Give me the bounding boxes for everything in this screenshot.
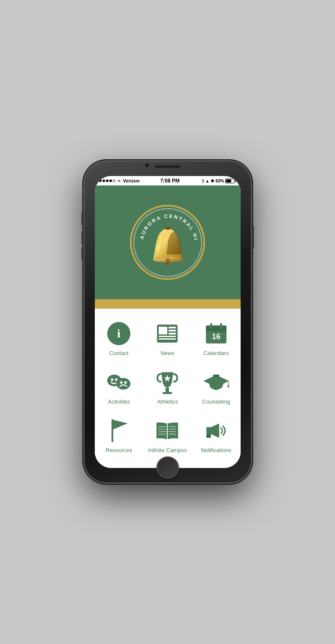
activities-menu-item[interactable]: Activities	[95, 361, 143, 410]
status-bar: ≈ Verizon 7:08 PM ☽ ▲ ✱ 63%	[95, 176, 241, 185]
menu-grid: i Contact	[95, 309, 241, 463]
svg-rect-14	[159, 336, 176, 337]
status-right: ☽ ▲ ✱ 63%	[200, 179, 236, 183]
svg-line-41	[169, 426, 176, 427]
signal-strength	[99, 179, 115, 182]
location-icon: ▲	[205, 179, 210, 183]
signal-dot-3	[106, 179, 109, 182]
trophy-icon	[155, 369, 180, 395]
contact-label: Contact	[109, 350, 129, 356]
svg-point-25	[116, 378, 130, 389]
svg-point-34	[227, 385, 229, 388]
open-book-icon	[154, 418, 180, 443]
svg-rect-18	[206, 329, 226, 331]
bluetooth-icon: ✱	[211, 179, 214, 183]
svg-point-27	[124, 381, 127, 384]
calendars-label: Calendars	[203, 350, 229, 356]
battery-indicator	[225, 179, 236, 183]
infinite-campus-icon	[154, 418, 180, 444]
svg-point-26	[120, 381, 123, 384]
logo-inner: AURORA CENTRAL HIGH SCHOOL	[133, 208, 202, 277]
carrier-label: Verizon	[123, 178, 140, 183]
athletics-menu-item[interactable]: Athletics	[143, 361, 192, 410]
svg-rect-29	[163, 392, 172, 394]
calendars-menu-item[interactable]: 16 Calendars	[192, 313, 240, 361]
moon-icon: ☽	[200, 179, 204, 183]
svg-text:16: 16	[212, 332, 220, 341]
counseling-menu-item[interactable]: Counseling	[192, 361, 240, 410]
gold-stripe	[95, 299, 241, 309]
counseling-label: Counseling	[202, 398, 230, 405]
athletics-icon	[154, 369, 180, 395]
svg-line-37	[159, 426, 166, 427]
activities-icon	[106, 369, 132, 395]
signal-dot-5	[113, 179, 115, 182]
svg-point-23	[111, 378, 114, 381]
flag-icon	[107, 417, 131, 444]
svg-rect-13	[169, 333, 176, 334]
signal-dot-1	[99, 179, 102, 182]
contact-menu-item[interactable]: i Contact	[95, 313, 143, 361]
svg-line-38	[159, 429, 166, 429]
counseling-icon	[203, 369, 229, 395]
svg-text:AURORA CENTRAL HIGH SCHOOL: AURORA CENTRAL HIGH SCHOOL	[136, 210, 199, 241]
svg-line-42	[169, 429, 176, 429]
school-logo: AURORA CENTRAL HIGH SCHOOL	[130, 205, 205, 280]
home-button[interactable]	[157, 456, 179, 479]
graduation-cap-icon	[203, 371, 229, 394]
svg-rect-32	[213, 374, 219, 377]
svg-line-43	[169, 431, 176, 432]
calendars-icon: 16	[203, 321, 229, 346]
school-header: AURORA CENTRAL HIGH SCHOOL	[95, 185, 241, 299]
svg-rect-45	[206, 434, 211, 438]
newspaper-icon	[155, 321, 180, 346]
svg-rect-15	[159, 338, 176, 340]
svg-rect-19	[210, 323, 212, 328]
signal-dot-2	[103, 179, 105, 182]
svg-rect-10	[159, 327, 167, 334]
svg-text:i: i	[117, 327, 121, 340]
resources-icon	[106, 418, 132, 444]
news-label: News	[160, 350, 175, 356]
svg-rect-28	[166, 388, 169, 392]
ring-text-svg: AURORA CENTRAL HIGH SCHOOL	[136, 210, 202, 277]
infinite-campus-menu-item[interactable]: Infinite Campus	[143, 410, 192, 459]
calendar-icon: 16	[204, 321, 229, 346]
notifications-label: Notifications	[201, 447, 231, 453]
svg-rect-35	[112, 419, 113, 442]
notifications-menu-item[interactable]: Notifications	[192, 410, 240, 459]
wifi-icon: ≈	[118, 178, 121, 183]
resources-menu-item[interactable]: Resources	[95, 410, 143, 459]
svg-line-44	[169, 434, 176, 434]
masks-icon	[106, 369, 132, 395]
battery-tip	[235, 180, 236, 182]
resources-label: Resources	[106, 447, 132, 453]
svg-rect-11	[169, 327, 176, 328]
svg-line-40	[159, 434, 166, 434]
news-menu-item[interactable]: News	[143, 313, 192, 361]
info-circle-icon: i	[106, 321, 131, 346]
signal-dot-4	[109, 179, 112, 182]
battery-fill	[226, 179, 231, 182]
battery-percent: 63%	[215, 179, 224, 183]
speaker	[155, 165, 181, 168]
status-left: ≈ Verizon	[99, 178, 140, 183]
phone-device: ≈ Verizon 7:08 PM ☽ ▲ ✱ 63%	[84, 161, 251, 483]
megaphone-icon	[203, 419, 229, 443]
svg-point-24	[115, 378, 118, 381]
time-display: 7:08 PM	[160, 178, 179, 184]
svg-line-39	[159, 431, 166, 432]
news-icon	[154, 321, 180, 346]
svg-rect-12	[169, 330, 176, 331]
app-screen: ≈ Verizon 7:08 PM ☽ ▲ ✱ 63%	[95, 176, 241, 468]
camera	[145, 164, 149, 167]
phone-screen: ≈ Verizon 7:08 PM ☽ ▲ ✱ 63%	[95, 176, 241, 468]
notifications-icon	[203, 418, 229, 444]
battery-body	[225, 179, 235, 183]
infinite-campus-label: Infinite Campus	[148, 447, 187, 453]
athletics-label: Athletics	[157, 398, 178, 405]
contact-icon: i	[106, 321, 132, 346]
svg-rect-20	[220, 323, 222, 328]
activities-label: Activities	[108, 398, 130, 405]
